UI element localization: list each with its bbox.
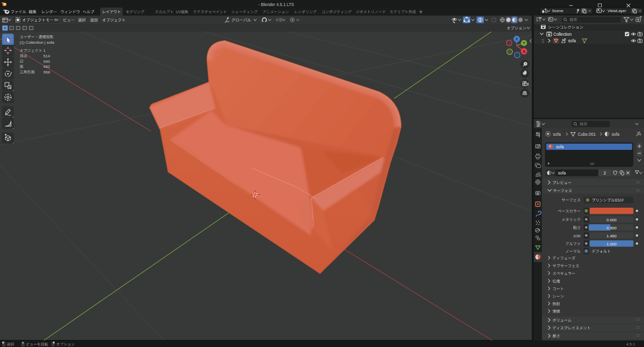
svg-text:2: 2 (604, 171, 606, 176)
svg-text:0.000: 0.000 (606, 218, 617, 222)
svg-text:482: 482 (43, 64, 50, 69)
svg-text:sofa: sofa (568, 39, 576, 43)
svg-text:sofa: sofa (558, 171, 566, 176)
svg-text:sofa: sofa (553, 132, 561, 137)
svg-text:Y: Y (523, 41, 525, 45)
svg-text:(1) Collection | sofa: (1) Collection | sofa (20, 40, 54, 45)
svg-text:Cube.001: Cube.001 (578, 132, 596, 137)
svg-text:Collection: Collection (553, 32, 572, 37)
svg-text:Scene: Scene (552, 9, 564, 13)
svg-text:968: 968 (43, 70, 50, 74)
svg-text:Z: Z (516, 37, 518, 41)
svg-text:514: 514 (43, 54, 50, 58)
svg-text:ViewLayer: ViewLayer (608, 9, 627, 13)
svg-text:1.000: 1.000 (606, 242, 617, 246)
svg-text:1.450: 1.450 (606, 234, 617, 238)
svg-text:4.5.1: 4.5.1 (626, 342, 635, 346)
svg-text:IOR: IOR (574, 234, 581, 238)
svg-text:1: 1 (43, 48, 46, 53)
svg-text:- Blender 4.5.1 LTS: - Blender 4.5.1 LTS (258, 2, 294, 7)
svg-text:990: 990 (43, 59, 50, 64)
svg-text:sofa: sofa (612, 132, 620, 137)
svg-text:X: X (523, 49, 525, 54)
svg-text:0.500: 0.500 (606, 226, 617, 230)
svg-text:sofa: sofa (556, 145, 564, 149)
